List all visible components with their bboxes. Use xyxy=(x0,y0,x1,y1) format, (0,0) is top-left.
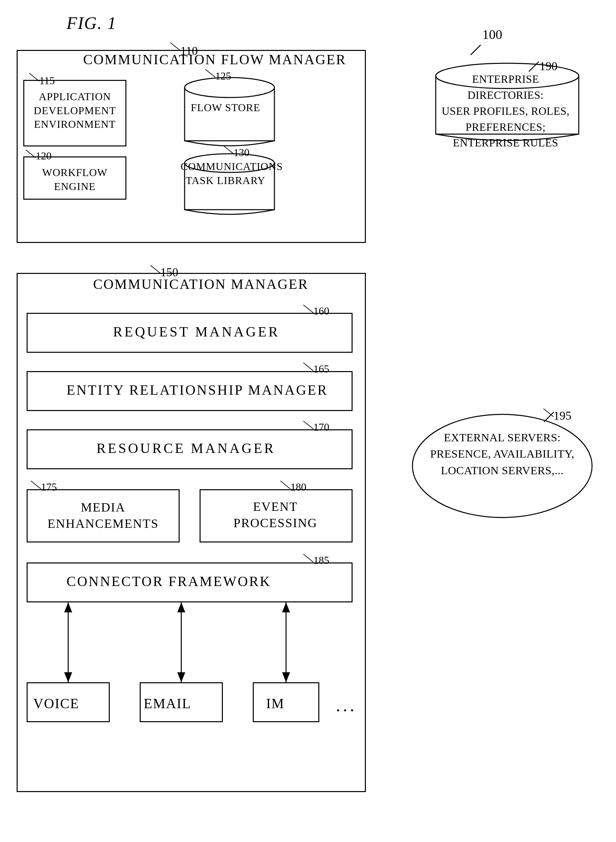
ref-120: 120 xyxy=(35,150,51,162)
ref-150: 150 xyxy=(160,265,178,279)
ctl-label: COMMUNICATIONS TASK LIBRARY xyxy=(180,160,270,187)
rm-label: REQUEST MANAGER xyxy=(113,324,280,340)
ref-100: 100 xyxy=(482,26,502,42)
cf-label: CONNECTOR FRAMEWORK xyxy=(66,573,271,589)
svg-line-31 xyxy=(544,409,553,417)
ref-170: 170 xyxy=(313,421,329,433)
page: FIG. 1 100 xyxy=(0,0,616,842)
es-label: EXTERNAL SERVERS: PRESENCE, AVAILABILITY… xyxy=(412,429,592,479)
svg-line-7 xyxy=(529,62,539,72)
ref-175: 175 xyxy=(41,481,57,493)
ref-160: 160 xyxy=(313,305,329,317)
svg-line-24 xyxy=(150,265,160,273)
im-box xyxy=(253,682,319,722)
svg-line-0 xyxy=(471,45,481,55)
ref-165: 165 xyxy=(313,363,329,375)
cm-label: COMMUNICATION MANAGER xyxy=(93,276,309,292)
we-label: WORKFLOW ENGINE xyxy=(26,166,123,193)
erm-label: ENTITY RELATIONSHIP MANAGER xyxy=(66,382,328,398)
svg-line-19 xyxy=(170,43,180,51)
voice-label: VOICE xyxy=(33,695,79,711)
cfm-box xyxy=(17,50,366,243)
ref-195: 195 xyxy=(553,409,571,423)
email-label: EMAIL xyxy=(144,695,191,711)
cfm-label: COMMUNICATION FLOW MANAGER xyxy=(83,51,346,68)
ref-190: 190 xyxy=(540,59,557,73)
flow-store-label: FLOW STORE xyxy=(180,101,270,114)
im-label: IM xyxy=(266,695,285,711)
ed-label: ENTERPRISE DIRECTORIES: USER PROFILES, R… xyxy=(434,72,577,151)
ade-label: APPLICATION DEVELOPMENT ENVIRONMENT xyxy=(26,90,123,131)
ref-185: 185 xyxy=(313,554,329,566)
svg-line-9 xyxy=(544,412,554,422)
ref-115: 115 xyxy=(39,75,55,87)
ep-label: EVENT PROCESSING xyxy=(202,498,349,532)
ref-110: 110 xyxy=(180,44,198,58)
ref-130: 130 xyxy=(233,147,249,159)
more-connectors-dots: ... xyxy=(336,695,357,715)
ref-125: 125 xyxy=(215,70,231,82)
figure-title: FIG. 1 xyxy=(66,13,117,33)
ref-180: 180 xyxy=(290,481,307,493)
rsm-label: RESOURCE MANAGER xyxy=(97,440,276,456)
me-label: MEDIA ENHANCEMENTS xyxy=(30,499,176,532)
